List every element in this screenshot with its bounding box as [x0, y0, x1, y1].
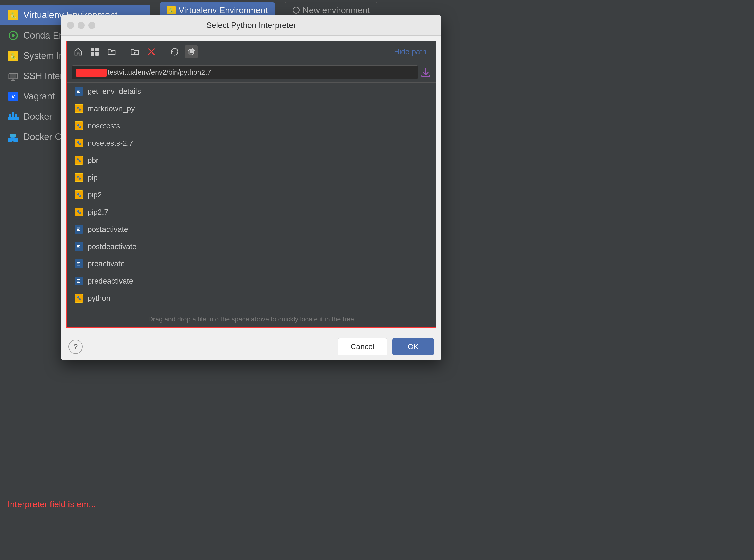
file-name-label: pip2.7 [87, 208, 108, 216]
svg-rect-56 [75, 139, 83, 147]
svg-rect-51 [75, 122, 83, 129]
svg-point-64 [78, 158, 78, 159]
python-file-icon [74, 190, 83, 199]
file-name-label: nosetests [87, 121, 120, 130]
file-name-label: postdeactivate [87, 242, 137, 251]
file-name-label: pbr [87, 156, 98, 165]
svg-rect-33 [190, 51, 193, 53]
list-item[interactable]: pip2.7 [67, 203, 436, 221]
radio-circle [293, 6, 300, 14]
svg-point-79 [78, 210, 78, 211]
download-button[interactable] [421, 67, 431, 77]
home-button[interactable] [72, 45, 84, 58]
svg-rect-13 [7, 117, 19, 120]
traffic-light-maximize[interactable] [88, 22, 95, 29]
svg-point-49 [78, 106, 78, 107]
file-name-label: postactivate [87, 225, 128, 234]
python-file-icon [74, 294, 83, 303]
drag-drop-hint: Drag and drop a file into the space abov… [67, 311, 436, 327]
python-file-icon [74, 173, 83, 182]
system-icon: 🐍 [7, 50, 19, 61]
python-file-icon [74, 156, 83, 165]
file-name-label: get_env_details [87, 87, 141, 96]
script-file-icon [74, 225, 83, 234]
modal-title: Select Python Interpreter [206, 21, 296, 30]
cancel-button[interactable]: Cancel [338, 338, 387, 355]
vagrant-icon: V [7, 91, 19, 102]
redacted-path [76, 69, 106, 77]
path-input-row: testvittualenv/env2/bin/python2.7 [67, 62, 436, 83]
hide-path-button[interactable]: Hide path [390, 45, 431, 58]
svg-line-22 [10, 138, 13, 138]
svg-rect-46 [75, 105, 83, 112]
new-folder-button[interactable] [128, 45, 141, 58]
module-button[interactable] [185, 45, 198, 58]
error-message: Interpreter field is em... [7, 499, 96, 509]
modal-footer: ? Cancel OK [61, 333, 441, 360]
ok-button[interactable]: OK [393, 338, 434, 355]
svg-rect-66 [75, 174, 83, 181]
svg-rect-16 [15, 114, 17, 117]
select-interpreter-modal: Select Python Interpreter [61, 15, 441, 360]
list-item[interactable]: nosetests-2.7 [67, 135, 436, 152]
toolbar-separator-1 [123, 47, 123, 56]
browser-toolbar: Hide path [67, 41, 436, 62]
svg-point-54 [78, 124, 78, 124]
svg-rect-26 [91, 48, 94, 51]
svg-point-3 [12, 34, 15, 37]
svg-point-100 [78, 296, 78, 297]
list-item[interactable]: pip [67, 169, 436, 186]
path-value-text: testvittualenv/env2/bin/python2.7 [107, 68, 211, 76]
svg-point-59 [78, 141, 78, 142]
script-file-icon [74, 87, 83, 96]
list-item[interactable]: get_env_details [67, 83, 436, 100]
refresh-button[interactable] [168, 45, 181, 58]
script-file-icon [74, 277, 83, 285]
list-item[interactable]: python-config [67, 307, 436, 311]
file-name-label: preactivate [87, 259, 125, 268]
file-name-label: pip2 [87, 191, 102, 199]
list-item[interactable]: preactivate [67, 255, 436, 273]
svg-text:🐍: 🐍 [10, 12, 17, 19]
svg-rect-7 [10, 74, 17, 78]
sidebar-item-docker-label: Docker [23, 111, 52, 122]
docker-compose-icon [7, 132, 19, 142]
svg-rect-76 [75, 208, 83, 216]
svg-rect-19 [13, 138, 18, 141]
traffic-light-close[interactable] [67, 22, 74, 29]
svg-rect-18 [7, 138, 13, 141]
file-browser: Hide path testvittualenv/env2/bin/python… [66, 41, 436, 328]
list-item[interactable]: postdeactivate [67, 238, 436, 255]
file-name-label: python [87, 294, 111, 303]
traffic-light-minimize[interactable] [78, 22, 85, 29]
python-file-icon [74, 121, 83, 131]
traffic-lights [67, 22, 95, 29]
list-item[interactable]: pip2 [67, 186, 436, 203]
python-file-icon [74, 104, 83, 113]
list-item[interactable]: postactivate [67, 221, 436, 238]
svg-point-74 [78, 193, 78, 194]
list-item[interactable]: python [67, 289, 436, 307]
svg-rect-97 [75, 295, 83, 302]
script-file-icon [74, 259, 83, 268]
list-item[interactable]: nosetests [67, 117, 436, 135]
grid-view-button[interactable] [88, 45, 101, 58]
file-name-label: nosetests-2.7 [87, 139, 133, 147]
close-button[interactable] [145, 45, 158, 58]
docker-icon [7, 111, 19, 122]
list-item[interactable]: markdown_py [67, 100, 436, 117]
help-button[interactable]: ? [68, 340, 83, 354]
list-item[interactable]: predeactivate [67, 273, 436, 289]
footer-buttons: Cancel OK [338, 338, 434, 355]
svg-text:V: V [12, 93, 15, 100]
svg-rect-20 [10, 134, 16, 138]
file-list: get_env_detailsmarkdown_pynosetestsnoset… [67, 83, 436, 311]
svg-rect-28 [91, 52, 94, 56]
folder-up-button[interactable] [105, 45, 118, 58]
file-name-label: predeactivate [87, 277, 133, 285]
file-name-label: pip [87, 173, 98, 182]
svg-line-23 [13, 138, 16, 138]
svg-rect-17 [12, 112, 14, 114]
list-item[interactable]: pbr [67, 152, 436, 169]
path-input[interactable]: testvittualenv/env2/bin/python2.7 [72, 65, 418, 79]
